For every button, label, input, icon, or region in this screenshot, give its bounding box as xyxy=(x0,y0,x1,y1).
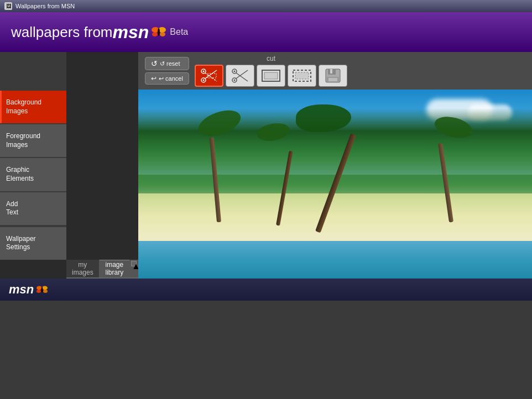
sidebar-item-background-images[interactable]: Background Images xyxy=(0,91,66,123)
svg-point-3 xyxy=(160,32,165,36)
svg-rect-19 xyxy=(264,72,278,79)
tool-group: cut xyxy=(195,55,347,87)
svg-point-31 xyxy=(41,287,43,292)
scroll-up-arrow[interactable]: ▲ xyxy=(131,261,137,266)
sidebar-nav: Background Images Foreground Images Grap… xyxy=(0,52,66,260)
main-area: ↺ ↺ reset ↩ ↩ cancel cut xyxy=(138,52,532,279)
window-title: Wallpapers from MSN xyxy=(15,3,75,9)
svg-point-29 xyxy=(36,290,41,293)
svg-point-28 xyxy=(42,286,48,290)
cancel-button[interactable]: ↩ ↩ cancel xyxy=(145,72,189,85)
brand-bar: wallpapers from msn Beta xyxy=(0,12,532,52)
svg-rect-24 xyxy=(330,69,332,74)
svg-point-30 xyxy=(43,290,48,293)
normal-frame-icon xyxy=(261,68,281,83)
left-panel: Background Images Foreground Images Grap… xyxy=(0,52,138,279)
svg-rect-26 xyxy=(328,78,337,81)
svg-point-4 xyxy=(158,28,160,36)
svg-rect-21 xyxy=(295,72,309,79)
app-icon: 🖼 xyxy=(4,2,12,10)
cut-label: cut xyxy=(267,55,275,62)
cancel-icon: ↩ xyxy=(151,75,157,82)
content-area: Background Images Foreground Images Grap… xyxy=(0,52,532,279)
scissors-icon xyxy=(231,68,249,83)
reset-button[interactable]: ↺ ↺ reset xyxy=(145,57,189,70)
sidebar-item-wallpaper-settings[interactable]: Wallpaper Settings xyxy=(0,227,66,260)
dashed-frame-button[interactable] xyxy=(288,65,316,87)
brand-msn: msn xyxy=(113,22,149,43)
normal-frame-button[interactable] xyxy=(257,65,285,87)
save-button[interactable] xyxy=(319,65,347,87)
svg-point-2 xyxy=(152,32,158,36)
bottom-bar: msn xyxy=(0,279,532,301)
tab-my-images[interactable]: my images xyxy=(66,260,100,277)
cut-scissors-button[interactable] xyxy=(226,65,254,87)
sidebar-item-graphic-elements[interactable]: Graphic Elements xyxy=(0,158,66,191)
svg-point-8 xyxy=(203,71,205,72)
cut-dotted-button[interactable] xyxy=(195,65,223,87)
save-icon xyxy=(325,68,341,83)
toolbar-action-group: ↺ ↺ reset ↩ ↩ cancel xyxy=(145,57,189,85)
canvas-area[interactable] xyxy=(138,90,532,279)
cut-dotted-icon xyxy=(200,68,218,83)
tab-image-library[interactable]: image library xyxy=(100,260,129,277)
svg-point-15 xyxy=(234,71,236,72)
sidebar-item-add-text[interactable]: Add Text xyxy=(0,192,66,225)
title-bar: 🖼 Wallpapers from MSN xyxy=(0,0,532,12)
reset-icon: ↺ xyxy=(151,59,158,68)
main-preview-image xyxy=(138,90,532,279)
brand-prefix: wallpapers from xyxy=(11,24,113,41)
svg-point-6 xyxy=(203,80,205,81)
brand-beta: Beta xyxy=(170,27,188,37)
tool-buttons-row xyxy=(195,65,347,87)
msn-bottom-text: msn xyxy=(9,282,34,297)
tabs-bar: my images image library ▲ xyxy=(66,260,138,279)
svg-line-9 xyxy=(205,70,217,78)
dashed-frame-icon xyxy=(292,68,312,83)
msn-logo-bottom: msn xyxy=(9,282,48,297)
sidebar-item-foreground-images[interactable]: Foreground Images xyxy=(0,124,66,157)
svg-point-27 xyxy=(36,286,42,290)
svg-point-13 xyxy=(234,80,236,81)
toolbar: ↺ ↺ reset ↩ ↩ cancel cut xyxy=(138,52,532,90)
butterfly-icon xyxy=(151,24,166,40)
msn-butterfly-icon xyxy=(36,284,48,296)
